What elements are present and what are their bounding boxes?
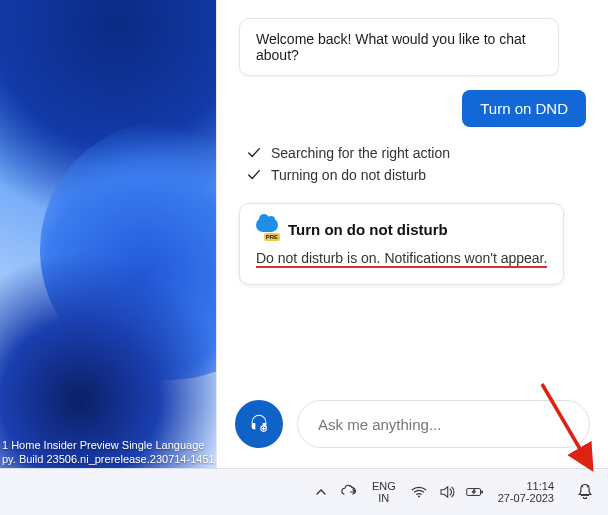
check-icon xyxy=(247,168,261,182)
dnd-bell-icon xyxy=(575,482,595,502)
lang-bottom: IN xyxy=(372,492,396,504)
composer: Ask me anything... xyxy=(217,398,608,468)
card-body: Do not disturb is on. Notifications won'… xyxy=(256,250,547,268)
svg-rect-3 xyxy=(481,491,483,494)
action-row: Turning on do not disturb xyxy=(247,167,586,183)
onedrive-tray-icon[interactable] xyxy=(340,483,358,501)
action-row: Searching for the right action xyxy=(247,145,586,161)
user-message-text: Turn on DND xyxy=(480,100,568,117)
bot-message-text: Welcome back! What would you like to cha… xyxy=(256,31,526,63)
check-icon xyxy=(247,146,261,160)
clock[interactable]: 11:14 27-07-2023 xyxy=(494,480,558,504)
language-indicator[interactable]: ENG IN xyxy=(368,480,400,504)
volume-icon[interactable] xyxy=(438,483,456,501)
action-log: Searching for the right action Turning o… xyxy=(239,141,586,183)
user-message: Turn on DND xyxy=(462,90,586,127)
wifi-icon[interactable] xyxy=(410,483,428,501)
headset-icon xyxy=(248,413,270,435)
notification-center-button[interactable] xyxy=(568,475,602,509)
watermark-line: py. Build 23506.ni_prerelease.230714-145… xyxy=(2,452,215,466)
voice-button[interactable] xyxy=(235,400,283,448)
watermark-line: 1 Home Insider Preview Single Language xyxy=(2,438,215,452)
chevron-up-icon[interactable] xyxy=(312,483,330,501)
lang-top: ENG xyxy=(372,480,396,492)
settings-app-icon: PRE xyxy=(256,218,278,240)
bot-message: Welcome back! What would you like to cha… xyxy=(239,18,559,76)
insider-watermark: 1 Home Insider Preview Single Language p… xyxy=(2,438,215,466)
taskbar: ENG IN 11:14 27-07-2023 xyxy=(0,468,608,515)
chat-input[interactable]: Ask me anything... xyxy=(297,400,590,448)
chat-input-placeholder: Ask me anything... xyxy=(318,416,441,433)
copilot-panel: Welcome back! What would you like to cha… xyxy=(216,0,608,468)
action-result-card: PRE Turn on do not disturb Do not distur… xyxy=(239,203,564,285)
action-text: Turning on do not disturb xyxy=(271,167,426,183)
date: 27-07-2023 xyxy=(498,492,554,504)
battery-icon[interactable] xyxy=(466,483,484,501)
card-title: Turn on do not disturb xyxy=(288,221,448,238)
time: 11:14 xyxy=(498,480,554,492)
desktop-wallpaper: 1 Home Insider Preview Single Language p… xyxy=(0,0,216,468)
svg-point-1 xyxy=(418,496,420,498)
action-text: Searching for the right action xyxy=(271,145,450,161)
pre-badge: PRE xyxy=(264,233,280,241)
